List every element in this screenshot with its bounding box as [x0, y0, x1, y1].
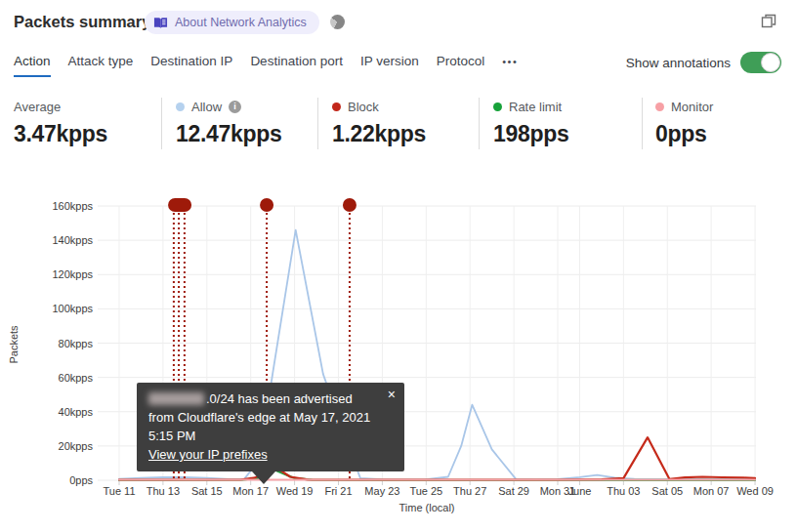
book-icon	[153, 16, 168, 30]
x-axis-title: Time (local)	[398, 502, 454, 513]
x-tick-label: Wed 19	[276, 485, 314, 497]
info-icon[interactable]: i	[229, 101, 241, 113]
stat-divider	[161, 98, 162, 149]
y-axis-title: Packets	[8, 325, 20, 364]
x-tick-label: Mon 17	[232, 485, 269, 497]
show-annotations-toggle[interactable]	[740, 52, 781, 73]
x-tick-label: Thu 03	[607, 485, 640, 497]
stat-block-label: Block	[348, 100, 379, 114]
show-annotations-control: Show annotations	[626, 52, 781, 73]
stat-allow-value: 12.47kpps	[176, 121, 282, 147]
x-tick-label: Thu 13	[147, 485, 180, 497]
x-tick-label: May 23	[364, 485, 399, 497]
tab-destination-ip[interactable]: Destination IP	[150, 54, 232, 75]
annotation-marker-dot[interactable]	[260, 198, 273, 212]
usage-pie-icon[interactable]	[330, 15, 345, 29]
x-tick-label: June	[568, 485, 592, 497]
stat-divider	[479, 98, 480, 149]
y-tick-label: 140kpps	[52, 234, 93, 246]
x-tick-label: Tue 25	[409, 485, 442, 497]
block-dot-icon	[332, 102, 341, 111]
tab-ip-version[interactable]: IP version	[360, 54, 419, 75]
x-tick-label: Mon 07	[693, 485, 730, 497]
x-tick-label: Fri 21	[324, 485, 352, 497]
stat-average-label: Average	[14, 100, 61, 114]
allow-dot-icon	[176, 102, 185, 111]
y-tick-label: 160kpps	[52, 200, 93, 212]
show-annotations-label: Show annotations	[626, 56, 731, 70]
redacted-ip-prefix	[148, 392, 204, 405]
stat-block-value: 1.22kpps	[332, 121, 426, 147]
stat-average: Average 3.47kpps	[14, 99, 107, 147]
stat-allow: Allow i 12.47kpps	[176, 99, 282, 147]
x-tick-label: Wed 09	[736, 485, 774, 497]
y-tick-label: 60kpps	[59, 372, 94, 384]
stat-monitor-value: 0pps	[655, 121, 713, 147]
y-tick-label: 120kpps	[52, 268, 93, 280]
tab-destination-port[interactable]: Destination port	[250, 54, 343, 75]
chart-dimension-tabs: Action Attack type Destination IP Destin…	[14, 54, 518, 77]
view-ip-prefixes-link[interactable]: View your IP prefixes	[148, 447, 268, 462]
tab-protocol[interactable]: Protocol	[437, 54, 485, 75]
pop-out-window-icon[interactable]	[760, 13, 777, 30]
packets-time-series-chart[interactable]: 0pps20kpps40kpps60kpps80kpps100kpps120kp…	[0, 181, 797, 532]
badge-label: About Network Analytics	[175, 16, 307, 29]
y-tick-label: 40kpps	[59, 406, 94, 418]
stat-average-value: 3.47kpps	[14, 121, 107, 147]
more-tabs-button[interactable]: •••	[502, 54, 518, 74]
tab-attack-type[interactable]: Attack type	[68, 54, 134, 75]
y-tick-label: 20kpps	[59, 440, 94, 452]
annotation-marker-dot[interactable]	[343, 198, 357, 212]
monitor-dot-icon	[655, 102, 664, 111]
stat-monitor: Monitor 0pps	[655, 99, 713, 147]
tooltip-close-icon[interactable]: ×	[388, 388, 396, 401]
y-tick-label: 80kpps	[59, 338, 94, 349]
stat-rate-limit: Rate limit 198pps	[493, 99, 568, 147]
stat-rate-limit-label: Rate limit	[509, 100, 562, 114]
tab-action[interactable]: Action	[14, 54, 51, 77]
x-tick-label: Sat 05	[651, 485, 683, 497]
stat-divider	[317, 98, 318, 149]
stat-block: Block 1.22kpps	[332, 99, 426, 147]
y-tick-label: 100kpps	[52, 303, 93, 314]
about-network-analytics-badge[interactable]: About Network Analytics	[145, 11, 319, 34]
x-tick-label: Tue 11	[103, 485, 135, 497]
annotation-marker-pill[interactable]	[168, 198, 191, 212]
x-tick-label: Thu 27	[453, 485, 486, 497]
x-tick-label: Sat 15	[191, 485, 223, 497]
stat-rate-limit-value: 198pps	[493, 121, 568, 147]
tooltip-pointer	[252, 471, 275, 484]
stat-divider	[642, 98, 643, 149]
toggle-knob	[761, 53, 780, 72]
tooltip-text: .0/24 has been advertised from Cloudflar…	[148, 389, 379, 464]
page-title: Packets summary	[14, 13, 150, 31]
stat-allow-label: Allow	[191, 100, 222, 114]
stat-monitor-label: Monitor	[671, 100, 713, 114]
x-tick-label: Sat 29	[498, 485, 529, 497]
rate-limit-dot-icon	[493, 102, 502, 111]
y-tick-label: 0pps	[69, 474, 93, 486]
annotation-tooltip: × .0/24 has been advertised from Cloudfl…	[137, 383, 404, 471]
